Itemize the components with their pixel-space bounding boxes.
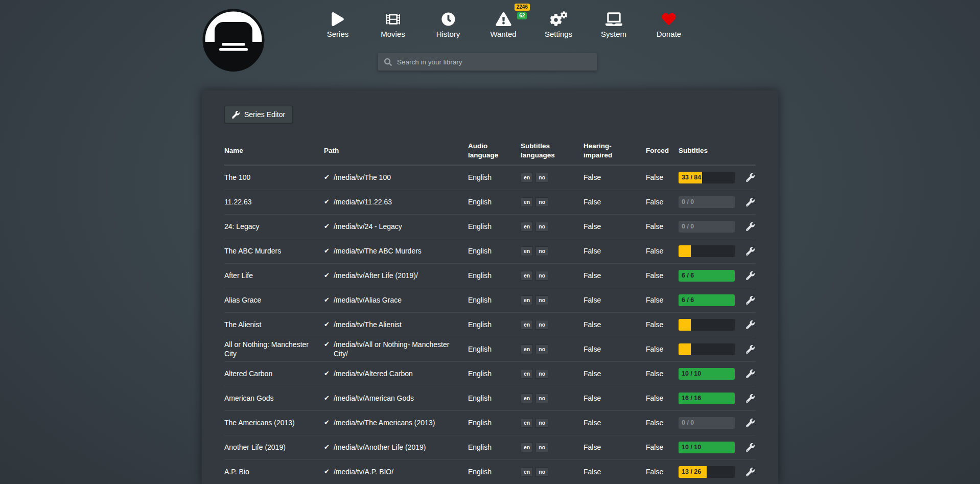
row-actions xyxy=(746,296,756,305)
subtitles-progress-cell: 0 / 0 xyxy=(679,196,746,208)
subtitles-languages-badges: enno xyxy=(521,246,584,256)
edit-series-wrench-icon[interactable] xyxy=(746,468,755,476)
bazarr-logo[interactable] xyxy=(202,8,265,72)
subtitles-progress-cell: 6 / 6 xyxy=(679,294,746,306)
series-name[interactable]: 11.22.63 xyxy=(224,198,324,207)
audio-language-value: English xyxy=(468,419,521,428)
table-row: The Alienist ✔ /media/tv/The Alienist En… xyxy=(224,313,756,337)
edit-series-wrench-icon[interactable] xyxy=(746,247,755,256)
series-path: ✔ /media/tv/Alias Grace xyxy=(324,296,468,305)
subtitles-progress-cell: 0 / 0 xyxy=(679,417,746,429)
edit-series-wrench-icon[interactable] xyxy=(746,222,755,231)
main-nav: Series Movies History Wanted 2246 62 xyxy=(318,10,705,38)
edit-series-wrench-icon[interactable] xyxy=(746,320,755,329)
subtitles-languages-badges: enno xyxy=(521,271,584,281)
search-input[interactable] xyxy=(396,58,597,66)
path-exists-check-icon: ✔ xyxy=(324,419,330,427)
hearing-impaired-value: False xyxy=(584,222,646,232)
series-name[interactable]: The Americans (2013) xyxy=(224,419,324,428)
series-name[interactable]: Altered Carbon xyxy=(224,370,324,379)
language-badge: no xyxy=(535,418,548,428)
audio-language-value: English xyxy=(468,443,521,452)
series-name[interactable]: A.P. Bio xyxy=(224,468,324,477)
edit-series-wrench-icon[interactable] xyxy=(746,173,755,182)
wrench-icon xyxy=(232,111,240,119)
series-name[interactable]: After Life xyxy=(224,271,324,281)
nav-label: Movies xyxy=(381,30,405,38)
series-path: ✔ /media/tv/A.P. BIO/ xyxy=(324,468,468,477)
series-name[interactable]: Alias Grace xyxy=(224,296,324,305)
nav-item-settings[interactable]: Settings xyxy=(539,10,578,38)
header-hearing-impaired: Hearing-impaired xyxy=(584,142,646,159)
forced-value: False xyxy=(646,173,679,182)
nav-label: History xyxy=(436,30,460,38)
series-name[interactable]: The 100 xyxy=(224,173,324,182)
edit-series-wrench-icon[interactable] xyxy=(746,419,755,427)
table-row: Altered Carbon ✔ /media/tv/Altered Carbo… xyxy=(224,362,756,386)
series-path-text: /media/tv/Altered Carbon xyxy=(334,370,413,379)
series-path: ✔ /media/tv/All or Nothing- Manchester C… xyxy=(324,340,468,358)
series-path-text: /media/tv/A.P. BIO/ xyxy=(334,468,393,477)
subtitles-progress-cell: 33 / 84 xyxy=(679,172,746,183)
subtitles-languages-badges: enno xyxy=(521,418,584,428)
search-icon xyxy=(384,58,392,66)
nav-item-movies[interactable]: Movies xyxy=(374,10,412,38)
edit-series-wrench-icon[interactable] xyxy=(746,370,755,378)
header-subtitles-languages: Subtitles languages xyxy=(521,142,584,159)
table-row: 24: Legacy ✔ /media/tv/24 - Legacy Engli… xyxy=(224,215,756,239)
forced-value: False xyxy=(646,222,679,232)
series-path-text: /media/tv/The ABC Murders xyxy=(334,247,422,256)
series-name[interactable]: The ABC Murders xyxy=(224,247,324,256)
gears-icon xyxy=(549,10,568,28)
nav-item-series[interactable]: Series xyxy=(318,10,357,38)
series-name[interactable]: All or Nothing: Manchester City xyxy=(224,340,324,358)
audio-language-value: English xyxy=(468,247,521,256)
nav-item-system[interactable]: System xyxy=(594,10,633,38)
series-path-text: /media/tv/The 100 xyxy=(334,173,391,182)
series-path: ✔ /media/tv/The Alienist xyxy=(324,320,468,330)
edit-series-wrench-icon[interactable] xyxy=(746,271,755,280)
language-badge: no xyxy=(535,197,548,207)
series-name[interactable]: 24: Legacy xyxy=(224,222,324,232)
nav-item-history[interactable]: History xyxy=(429,10,468,38)
hearing-impaired-value: False xyxy=(584,198,646,207)
subtitles-progress-bar: 10 / 10 xyxy=(679,368,735,380)
series-path-text: /media/tv/The Alienist xyxy=(334,320,402,330)
table-row: All or Nothing: Manchester City ✔ /media… xyxy=(224,337,756,362)
subtitles-progress-bar xyxy=(679,319,735,331)
row-actions xyxy=(746,345,756,354)
edit-series-wrench-icon[interactable] xyxy=(746,443,755,452)
play-icon xyxy=(332,10,344,28)
series-name[interactable]: The Alienist xyxy=(224,320,324,330)
path-exists-check-icon: ✔ xyxy=(324,394,330,402)
language-badge: en xyxy=(521,271,533,281)
nav-item-donate[interactable]: Donate xyxy=(649,10,688,38)
series-name[interactable]: Another Life (2019) xyxy=(224,443,324,452)
table-row: The ABC Murders ✔ /media/tv/The ABC Murd… xyxy=(224,239,756,264)
edit-series-wrench-icon[interactable] xyxy=(746,345,755,354)
language-badge: en xyxy=(521,246,533,256)
row-actions xyxy=(746,370,756,378)
progress-label: 16 / 16 xyxy=(682,395,701,403)
hearing-impaired-value: False xyxy=(584,271,646,281)
table-row: After Life ✔ /media/tv/After Life (2019)… xyxy=(224,264,756,288)
header-audio-language: Audio language xyxy=(468,142,521,159)
series-editor-button[interactable]: Series Editor xyxy=(224,106,293,123)
progress-label: 13 / 26 xyxy=(682,468,701,476)
nav-label: Donate xyxy=(657,30,681,38)
nav-item-wanted[interactable]: Wanted 2246 62 xyxy=(484,10,523,38)
series-name[interactable]: American Gods xyxy=(224,394,324,403)
edit-series-wrench-icon[interactable] xyxy=(746,198,755,206)
top-header: Series Movies History Wanted 2246 62 xyxy=(202,0,778,90)
forced-value: False xyxy=(646,443,679,452)
forced-value: False xyxy=(646,394,679,403)
edit-series-wrench-icon[interactable] xyxy=(746,296,755,305)
progress-label: 0 / 0 xyxy=(682,198,694,206)
table-row: A.P. Bio ✔ /media/tv/A.P. BIO/ English e… xyxy=(224,460,756,484)
hearing-impaired-value: False xyxy=(584,443,646,452)
edit-series-wrench-icon[interactable] xyxy=(746,394,755,403)
subtitles-languages-badges: enno xyxy=(521,394,584,403)
hearing-impaired-value: False xyxy=(584,468,646,477)
series-editor-label: Series Editor xyxy=(244,110,285,119)
language-badge: en xyxy=(521,344,533,354)
